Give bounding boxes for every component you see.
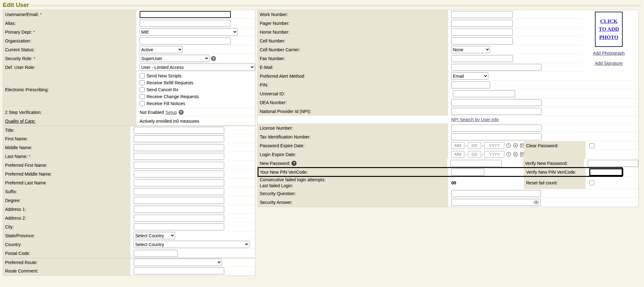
cell-number-row: Cell Number:: [258, 37, 638, 45]
quality-of-care-link[interactable]: Quality of Care:: [5, 119, 36, 124]
password-expire-mm-input[interactable]: [451, 142, 464, 149]
title-input[interactable]: [134, 127, 224, 134]
security-question-input[interactable]: [451, 190, 541, 197]
def-user-role-select[interactable]: User - Limited Access: [140, 64, 255, 71]
last-name-row: Last Name:*: [3, 152, 255, 161]
new-password-row: New Password:? Verify New Password:: [258, 159, 638, 168]
address1-label: Address 1:: [3, 205, 130, 213]
postal-code-input[interactable]: [134, 250, 178, 257]
preferred-first-name-input[interactable]: [134, 162, 224, 169]
npi-search-link[interactable]: NPI Search by User Info: [451, 117, 499, 122]
password-expire-yyyy-input[interactable]: [484, 142, 504, 149]
preferred-last-name-input[interactable]: [134, 179, 224, 186]
eprescribe-option: Receive Fill Notices: [140, 100, 185, 107]
verify-pin-vericode-input[interactable]: [589, 168, 623, 176]
security-answer-label: Security Answer:: [258, 198, 448, 207]
license-number-input[interactable]: [451, 125, 541, 132]
universal-id-label: Universal ID:: [258, 89, 448, 98]
verify-new-password-input[interactable]: [588, 160, 638, 167]
add-photograph-link[interactable]: Add Photograph: [582, 51, 636, 56]
receive-fill-notices-checkbox[interactable]: [140, 101, 145, 106]
preferred-middle-name-label: Preferred Middle Name:: [3, 170, 130, 178]
checkbox-label: Send New Scripts: [147, 73, 181, 78]
preferred-first-name-label: Preferred First Name:: [3, 161, 130, 169]
last-name-input[interactable]: [134, 153, 224, 160]
photo-box[interactable]: CLICK TO ADD PHOTO: [595, 12, 623, 47]
middle-name-input[interactable]: [134, 144, 224, 151]
cell-number-input[interactable]: [451, 37, 513, 44]
suffix-input[interactable]: [134, 188, 224, 195]
failed-login-label: Consecutive failed login attempts: Last …: [258, 177, 448, 189]
clock-icon[interactable]: [506, 143, 511, 148]
security-question-row: Security Question:: [258, 189, 638, 198]
clear-password-checkbox[interactable]: [589, 143, 594, 148]
country-select[interactable]: Select Country: [134, 241, 249, 248]
alert-method-label: Preferred Alert Method:: [258, 72, 448, 80]
username-input[interactable]: [140, 11, 231, 18]
clear-date-icon[interactable]: [513, 143, 518, 148]
reset-fail-count-checkbox[interactable]: [589, 180, 594, 185]
pin-vericode-input[interactable]: [451, 169, 484, 176]
title-label: Title:: [3, 126, 130, 134]
verify-new-password-label: Verify New Password:: [523, 159, 584, 167]
address1-input[interactable]: [134, 206, 224, 213]
degree-input[interactable]: [134, 197, 224, 204]
send-cancel-rx-checkbox[interactable]: [140, 87, 145, 92]
address2-input[interactable]: [134, 215, 224, 222]
add-signature-link[interactable]: Add Signature: [582, 61, 636, 66]
clear-password-label: Clear Password:: [524, 141, 586, 150]
npi-search-row: NPI Search by User Info: [258, 116, 638, 124]
dea-number-input[interactable]: [451, 99, 541, 106]
two-step-setup-link[interactable]: Setup: [165, 110, 177, 115]
first-name-input[interactable]: [134, 135, 224, 142]
two-step-status: Not Enabled: [140, 110, 164, 115]
clear-date-icon[interactable]: [513, 152, 518, 157]
security-role-help-icon[interactable]: ?: [211, 56, 216, 61]
header-rule: [31, 6, 641, 6]
login-expire-dd-input[interactable]: [468, 151, 481, 158]
last-failed-login-label: Last failed Login:: [260, 183, 325, 189]
universal-id-input[interactable]: [453, 90, 515, 97]
preferred-first-name-row: Preferred First Name:: [3, 161, 255, 170]
eye-icon[interactable]: [533, 200, 539, 205]
verify-pin-vericode-label: Verify New PIN VeriCode:: [524, 168, 586, 176]
npi-input[interactable]: [451, 108, 541, 115]
send-new-scripts-checkbox[interactable]: [140, 73, 145, 78]
security-answer-input[interactable]: [451, 199, 541, 206]
primary-dept-select[interactable]: MIE: [140, 28, 238, 36]
city-input[interactable]: [134, 223, 224, 230]
home-number-input[interactable]: [451, 29, 513, 36]
alias-input[interactable]: [140, 20, 231, 27]
alert-method-select[interactable]: Email: [451, 72, 488, 80]
preferred-middle-name-input[interactable]: [134, 171, 224, 177]
new-password-input[interactable]: [450, 160, 502, 167]
work-number-input[interactable]: [451, 11, 513, 18]
password-expire-dd-input[interactable]: [468, 142, 481, 149]
receive-change-requests-checkbox[interactable]: [140, 94, 145, 99]
preferred-last-name-label: Preferred Last Name: [3, 178, 130, 187]
pager-number-input[interactable]: [451, 20, 513, 27]
current-status-select[interactable]: Active: [140, 46, 183, 53]
npi-row: National Provider Id (NPI):: [258, 107, 638, 116]
tax-id-input[interactable]: [451, 133, 541, 140]
route-comment-input[interactable]: [134, 267, 224, 274]
two-step-help-icon[interactable]: ?: [179, 110, 184, 115]
receive-refill-requests-checkbox[interactable]: [140, 80, 145, 85]
quality-of-care-row: Quality of Care: Actively enrolled in0 m…: [3, 117, 255, 126]
new-password-help-icon[interactable]: ?: [291, 161, 297, 166]
fax-number-input[interactable]: [451, 55, 513, 62]
login-expire-yyyy-input[interactable]: [484, 151, 504, 158]
organization-input[interactable]: [140, 37, 231, 44]
two-step-row: 2 Step Verification: Not Enabled Setup ?: [3, 108, 255, 117]
security-role-select[interactable]: SuperUser: [140, 55, 209, 62]
cell-carrier-row: Cell Number Carrier: None: [258, 45, 638, 54]
login-expire-mm-input[interactable]: [451, 151, 464, 158]
email-input[interactable]: [451, 64, 541, 71]
pin-input[interactable]: [451, 82, 490, 88]
cell-carrier-select[interactable]: None: [451, 46, 490, 53]
eprescribe-option: Receive Change Requests: [140, 93, 199, 100]
required-marker: *: [29, 154, 31, 159]
preferred-route-select[interactable]: [134, 259, 222, 266]
clock-icon[interactable]: [506, 152, 511, 157]
state-province-select[interactable]: Select Country: [134, 232, 175, 239]
